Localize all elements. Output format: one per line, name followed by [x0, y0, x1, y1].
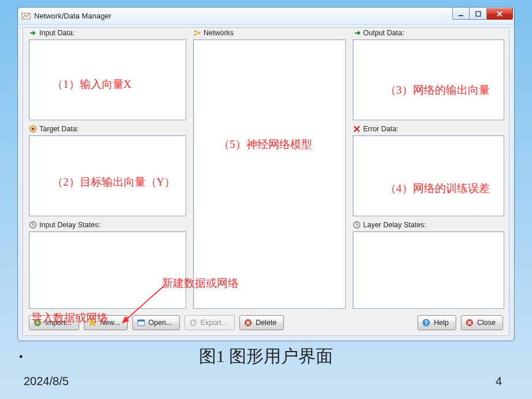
export-button: Export... [184, 315, 235, 330]
error-icon [353, 125, 361, 133]
networks-list[interactable] [193, 39, 346, 309]
layer-delay-text: Layer Delay States: [363, 221, 426, 229]
app-icon [21, 12, 31, 21]
output-data-list[interactable] [353, 39, 504, 120]
svg-point-4 [32, 128, 35, 131]
annotation-2: （2）目标输出向量（Y） [52, 175, 175, 190]
delete-label: Delete [256, 319, 276, 327]
open-button[interactable]: Open... [132, 315, 180, 330]
help-icon: ? [422, 318, 431, 327]
help-label: Help [434, 319, 449, 327]
svg-point-8 [198, 32, 200, 34]
maximize-button[interactable] [470, 8, 487, 20]
network-icon [193, 29, 201, 37]
svg-rect-2 [476, 12, 481, 16]
input-delay-label: Input Delay States: [29, 221, 101, 229]
export-label: Export... [201, 319, 228, 327]
open-label: Open... [149, 319, 172, 327]
clock-icon [353, 221, 361, 229]
panel-grid: Input Data: Target Data: Input Delay Sta… [29, 29, 503, 311]
close-window-button[interactable] [487, 8, 513, 20]
annotation-new: 新建数据或网络 [162, 276, 239, 291]
layer-delay-list[interactable] [353, 231, 504, 309]
networks-text: Networks [204, 29, 234, 37]
target-icon [29, 125, 37, 133]
annotation-5: （5）神经网络模型 [219, 137, 312, 152]
networks-label: Networks [193, 29, 234, 37]
export-icon [189, 318, 198, 327]
target-data-label: Target Data: [29, 125, 79, 133]
output-arrow-icon [353, 29, 361, 37]
delete-icon [243, 318, 253, 327]
input-delay-text: Input Delay States: [39, 221, 101, 229]
target-data-text: Target Data: [39, 125, 79, 133]
input-data-text: Input Data: [39, 29, 75, 37]
footer-page: 4 [496, 375, 502, 388]
svg-point-7 [194, 34, 195, 35]
figure-caption: 图1 图形用户界面 [0, 345, 532, 368]
error-data-text: Error Data: [363, 125, 398, 133]
window-title: Network/Data Manager [34, 12, 112, 20]
close-button[interactable]: Close [461, 315, 503, 330]
output-data-label: Output Data: [353, 29, 404, 37]
layer-delay-label: Layer Delay States: [353, 221, 426, 229]
input-arrow-icon [29, 29, 37, 37]
annotation-1: （1）输入向量X [52, 77, 131, 92]
svg-rect-12 [138, 320, 145, 322]
svg-rect-1 [459, 15, 463, 16]
svg-text:?: ? [424, 320, 428, 326]
annotation-4: （4）网络的训练误差 [385, 181, 490, 196]
window-controls [452, 8, 513, 20]
footer-date: 2024/8/5 [24, 375, 69, 388]
error-data-label: Error Data: [353, 125, 398, 133]
clock-icon [29, 221, 37, 229]
close-label: Close [477, 319, 496, 327]
open-icon [136, 318, 146, 327]
minimize-button[interactable] [452, 8, 470, 20]
svg-point-6 [194, 30, 195, 32]
input-delay-list[interactable] [29, 231, 186, 309]
input-data-label: Input Data: [29, 29, 75, 37]
titlebar[interactable]: Network/Data Manager [18, 8, 514, 25]
window-frame: Network/Data Manager Input Data: Target … [17, 7, 515, 341]
error-data-list[interactable] [353, 135, 504, 216]
close-icon [465, 318, 474, 327]
annotation-import: 导入数据或网络 [31, 311, 108, 326]
output-data-text: Output Data: [363, 29, 404, 37]
help-button[interactable]: ? Help [418, 315, 456, 330]
annotation-3: （3）网络的输出向量 [385, 83, 490, 98]
delete-button[interactable]: Delete [239, 315, 284, 330]
